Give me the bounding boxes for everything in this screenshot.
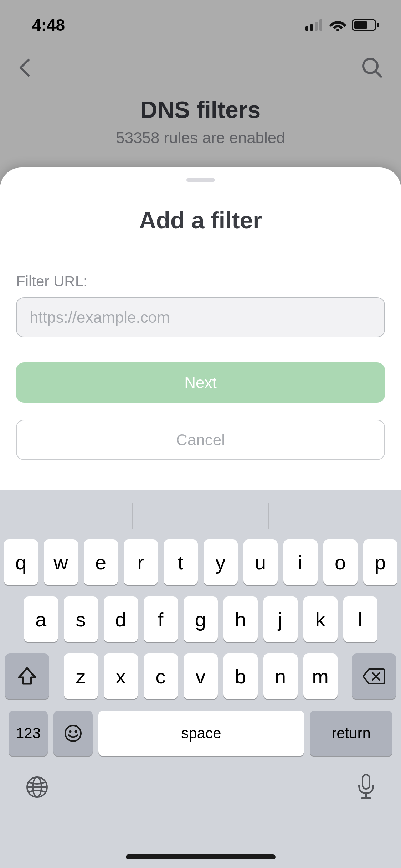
emoji-icon [64,724,82,743]
space-key[interactable]: space [98,711,304,756]
key-r[interactable]: r [124,539,158,585]
next-button[interactable]: Next [16,362,385,403]
key-q[interactable]: q [4,539,38,585]
numbers-key[interactable]: 123 [9,711,48,756]
key-m[interactable]: m [303,653,338,699]
svg-point-12 [65,725,81,741]
key-z[interactable]: z [64,653,98,699]
shift-key[interactable] [5,653,49,699]
key-b[interactable]: b [223,653,258,699]
suggest-divider [132,503,133,529]
key-s[interactable]: s [64,596,98,642]
key-e[interactable]: e [84,539,118,585]
suggestion-bar [0,496,401,536]
key-a[interactable]: a [24,596,58,642]
key-h[interactable]: h [223,596,258,642]
svg-rect-18 [363,775,370,789]
microphone-icon[interactable] [356,773,376,801]
key-f[interactable]: f [144,596,178,642]
filter-url-label: Filter URL: [16,273,385,290]
key-y[interactable]: y [204,539,238,585]
key-x[interactable]: x [104,653,138,699]
backspace-key[interactable] [352,653,396,699]
svg-point-13 [69,730,72,733]
home-indicator[interactable] [126,854,276,859]
key-n[interactable]: n [263,653,298,699]
sheet-title: Add a filter [16,207,385,234]
key-j[interactable]: j [263,596,298,642]
key-i[interactable]: i [283,539,318,585]
return-key[interactable]: return [310,711,392,756]
backspace-icon [362,668,386,685]
key-v[interactable]: v [184,653,218,699]
globe-icon[interactable] [25,775,49,799]
key-c[interactable]: c [144,653,178,699]
key-d[interactable]: d [104,596,138,642]
sheet-grabber[interactable] [186,178,215,182]
svg-point-14 [75,730,77,733]
suggest-divider [268,503,269,529]
filter-url-input[interactable] [16,297,385,337]
key-o[interactable]: o [323,539,358,585]
key-w[interactable]: w [44,539,78,585]
key-p[interactable]: p [363,539,397,585]
key-g[interactable]: g [184,596,218,642]
key-t[interactable]: t [164,539,198,585]
cancel-button[interactable]: Cancel [16,420,385,460]
key-u[interactable]: u [243,539,278,585]
keyboard: qwertyuiop asdfghjkl zxcvbnm [0,490,401,868]
emoji-key[interactable] [53,711,93,756]
key-k[interactable]: k [303,596,338,642]
shift-icon [17,666,37,687]
key-l[interactable]: l [343,596,377,642]
